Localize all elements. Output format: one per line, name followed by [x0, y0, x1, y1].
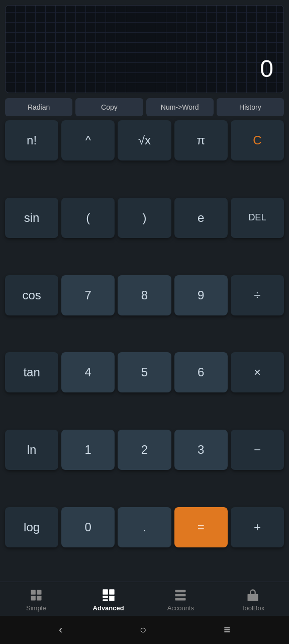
svg-rect-0	[31, 590, 35, 595]
eight-button[interactable]: 8	[118, 275, 171, 315]
toolbox-icon	[246, 588, 260, 602]
svg-rect-11	[175, 598, 186, 601]
subtract-button[interactable]: −	[231, 430, 284, 470]
display-value: 0	[260, 55, 273, 83]
pi-button[interactable]: π	[174, 120, 228, 160]
ln-button[interactable]: ln	[5, 430, 58, 470]
clear-button[interactable]: C	[231, 120, 284, 160]
add-button[interactable]: +	[231, 507, 284, 547]
sqrt-button[interactable]: √x	[118, 120, 171, 160]
bottom-navigation: Simple Advanced Accounts ToolBox	[0, 582, 289, 616]
nav-toolbox[interactable]: ToolBox	[217, 586, 289, 614]
equals-button[interactable]: =	[174, 507, 228, 547]
radian-button[interactable]: Radian	[5, 98, 72, 116]
tan-button[interactable]: tan	[5, 352, 58, 392]
toolbar: Radian Copy Num->Word History	[5, 98, 284, 116]
copy-button[interactable]: Copy	[75, 98, 143, 116]
four-button[interactable]: 4	[61, 352, 115, 392]
app-container: 0 Radian Copy Num->Word History n! ^ √x …	[0, 0, 289, 582]
nav-simple-label: Simple	[26, 604, 46, 612]
svg-rect-2	[31, 596, 35, 600]
svg-rect-5	[109, 589, 115, 595]
svg-rect-4	[103, 589, 108, 595]
svg-rect-9	[175, 590, 186, 593]
multiply-button[interactable]: ×	[231, 352, 284, 392]
calculator-display: 0	[5, 5, 284, 93]
nine-button[interactable]: 9	[174, 275, 228, 315]
numword-button[interactable]: Num->Word	[146, 98, 214, 116]
nav-accounts[interactable]: Accounts	[145, 586, 217, 614]
two-button[interactable]: 2	[118, 430, 171, 470]
svg-rect-13	[251, 596, 255, 598]
log-button[interactable]: log	[5, 507, 58, 547]
nav-accounts-label: Accounts	[167, 604, 194, 612]
button-grid: n! ^ √x π C sin ( ) e DEL cos 7 8 9 ÷ ta…	[5, 120, 284, 582]
sin-button[interactable]: sin	[5, 198, 58, 238]
close-paren-button[interactable]: )	[118, 198, 171, 238]
svg-rect-10	[175, 594, 186, 597]
nav-advanced-label: Advanced	[93, 604, 124, 612]
android-nav-bar: ‹ ○ ≡	[0, 616, 289, 644]
advanced-icon	[102, 588, 116, 602]
home-button[interactable]: ○	[140, 623, 146, 636]
accounts-icon	[173, 588, 187, 602]
one-button[interactable]: 1	[61, 430, 115, 470]
svg-rect-3	[37, 596, 41, 600]
nav-simple[interactable]: Simple	[0, 586, 72, 614]
three-button[interactable]: 3	[174, 430, 228, 470]
decimal-button[interactable]: .	[118, 507, 171, 547]
svg-rect-8	[109, 596, 115, 601]
cos-button[interactable]: cos	[5, 275, 58, 315]
history-button[interactable]: History	[217, 98, 284, 116]
nav-toolbox-label: ToolBox	[241, 604, 264, 612]
five-button[interactable]: 5	[118, 352, 171, 392]
zero-button[interactable]: 0	[61, 507, 115, 547]
svg-rect-1	[37, 590, 41, 595]
svg-rect-7	[103, 599, 108, 601]
divide-button[interactable]: ÷	[231, 275, 284, 315]
factorial-button[interactable]: n!	[5, 120, 58, 160]
seven-button[interactable]: 7	[61, 275, 115, 315]
svg-rect-6	[103, 596, 108, 598]
euler-button[interactable]: e	[174, 198, 228, 238]
open-paren-button[interactable]: (	[61, 198, 115, 238]
delete-button[interactable]: DEL	[231, 198, 284, 238]
back-button[interactable]: ‹	[59, 623, 62, 636]
recents-button[interactable]: ≡	[224, 623, 230, 636]
nav-advanced[interactable]: Advanced	[72, 586, 145, 614]
six-button[interactable]: 6	[174, 352, 228, 392]
power-button[interactable]: ^	[61, 120, 115, 160]
simple-icon	[29, 588, 43, 602]
